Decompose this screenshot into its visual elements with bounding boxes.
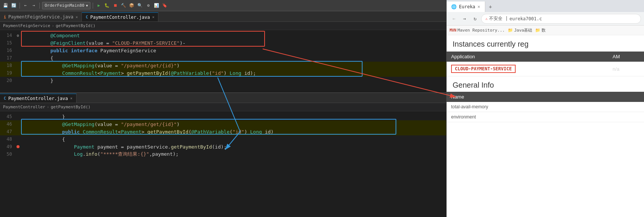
toolbar-search-icon[interactable]: 🔍 bbox=[137, 2, 143, 9]
line-gutter-49 bbox=[15, 145, 21, 148]
service-name-cell: CLOUD-PAYMENT-SERVICE bbox=[447, 62, 608, 76]
line-num-17: 17 bbox=[0, 55, 15, 61]
folder-icon-java: 📁 bbox=[508, 28, 513, 33]
line-num-45: 45 bbox=[0, 114, 15, 119]
browser-tab-label: Eureka bbox=[459, 4, 475, 9]
instances-table: Application AM CLOUD-PAYMENT-SERVICE n/a bbox=[447, 52, 644, 76]
class-file-icon: C bbox=[86, 15, 88, 19]
info-table: Name total-avail-memory environment bbox=[447, 92, 644, 122]
tab-payment-controller-top[interactable]: C PaymentController.java × bbox=[82, 12, 158, 21]
dropdown-arrow-icon: ▼ bbox=[86, 4, 88, 8]
bottom-breadcrumb-part-2: getPaymentById() bbox=[51, 105, 90, 109]
log-type-50: Log bbox=[74, 151, 83, 157]
bottom-code-lines: 45 } 46 @GetMapping(value = "/payment/ge… bbox=[0, 111, 446, 159]
instances-title: Instances currently reg bbox=[453, 40, 638, 49]
gear-icon-14: ⚙ bbox=[17, 33, 19, 38]
run-config-label: OrderFeignMain80 bbox=[45, 3, 84, 8]
toolbar-sep-3 bbox=[93, 3, 93, 9]
toolbar-sep-1 bbox=[20, 3, 20, 9]
toolbar-save-icon[interactable]: 💾 bbox=[2, 2, 9, 9]
new-tab-button[interactable]: + bbox=[485, 2, 496, 12]
toolbar-stop-icon[interactable]: ⏹ bbox=[112, 2, 119, 9]
toolbar-build-icon[interactable]: 🔨 bbox=[120, 2, 127, 9]
tab-controller-close-top[interactable]: × bbox=[152, 15, 154, 19]
tab-controller-close-bottom[interactable]: × bbox=[70, 96, 72, 100]
toolbar-back-icon[interactable]: ← bbox=[22, 2, 29, 9]
line-content-50: Log.info("*****查询结果:{}",payment); bbox=[21, 145, 446, 163]
address-prefix: 不安全 | bbox=[489, 15, 508, 22]
line-num-16: 16 bbox=[0, 48, 15, 53]
breadcrumb-sep: › bbox=[52, 23, 54, 28]
nav-refresh-button[interactable]: ↻ bbox=[471, 14, 480, 23]
eureka-favicon: 🌐 bbox=[451, 4, 457, 9]
toolbar-settings-icon[interactable]: ⚙ bbox=[145, 2, 152, 9]
folder-icon-misc: 📁 bbox=[535, 28, 540, 33]
browser-tab-close[interactable]: × bbox=[477, 4, 480, 9]
top-code-area: 14 ⚙ @Component 15 @FeignClient(value = … bbox=[0, 30, 446, 93]
toolbar-sync-icon[interactable]: 🔄 bbox=[11, 2, 17, 9]
bookmark-maven[interactable]: MVN Maven Repository... bbox=[450, 28, 505, 33]
toolbar-gradle-icon[interactable]: 📦 bbox=[128, 2, 135, 9]
debug-breakpoint-49 bbox=[17, 145, 20, 148]
info-method-50: info bbox=[86, 151, 97, 157]
toolbar-sep-2 bbox=[39, 3, 40, 9]
nav-back-button[interactable]: ← bbox=[450, 14, 459, 23]
bottom-breadcrumb-part-1: PaymentController bbox=[3, 105, 45, 109]
toolbar-run-icon[interactable]: ▶ bbox=[95, 2, 102, 9]
bottom-code-area: 45 } 46 @GetMapping(value = "/payment/ge… bbox=[0, 111, 446, 217]
bookmark-misc-label: 数 bbox=[542, 27, 546, 33]
browser-panel: 🌐 Eureka × + ← → ↻ ⚠ 不安全 | eureka7001.c … bbox=[447, 0, 644, 217]
line-num-15: 15 bbox=[0, 40, 15, 46]
tab-controller-label-top: PaymentController.java bbox=[90, 15, 150, 20]
toolbar-layout-icon[interactable]: 📊 bbox=[153, 2, 160, 9]
bookmark-misc[interactable]: 📁 数 bbox=[535, 27, 546, 33]
insecure-icon: ⚠ bbox=[485, 17, 488, 21]
toolbar-bookmark-icon[interactable]: 🔖 bbox=[161, 2, 168, 9]
top-tabs-bar: i PaymentFeignService.java × C PaymentCo… bbox=[0, 11, 446, 22]
tab-payment-controller-bottom[interactable]: C PaymentController.java × bbox=[0, 94, 77, 103]
service-value-cell: n/a bbox=[608, 62, 644, 76]
tab-feign-close[interactable]: × bbox=[75, 15, 78, 19]
toolbar: 💾 🔄 ← → OrderFeignMain80 ▼ ▶ 🐛 ⏹ 🔨 📦 🔍 ⚙… bbox=[0, 0, 446, 11]
toolbar-forward-icon[interactable]: → bbox=[30, 2, 37, 9]
bookmark-maven-label: Maven Repository... bbox=[457, 28, 505, 33]
info-str-50: "*****查询结果:{}" bbox=[100, 151, 149, 157]
info-row-env: environment bbox=[447, 112, 644, 122]
line-content-20: } bbox=[21, 72, 446, 89]
new-tab-icon: + bbox=[489, 4, 492, 10]
line-num-50: 50 bbox=[0, 152, 15, 157]
bookmark-java[interactable]: 📁 Java基础 bbox=[508, 27, 533, 33]
line-num-19: 19 bbox=[0, 70, 15, 76]
service-row: CLOUD-PAYMENT-SERVICE n/a bbox=[447, 62, 644, 76]
browser-tab-eureka[interactable]: 🌐 Eureka × bbox=[447, 2, 485, 12]
bookmarks-bar: MVN Maven Repository... 📁 Java基础 📁 数 bbox=[447, 26, 644, 35]
address-bar[interactable]: ⚠ 不安全 | eureka7001.c bbox=[481, 14, 641, 24]
breadcrumb-part-2: getPaymentById() bbox=[56, 23, 95, 28]
tab-payment-feign-service[interactable]: i PaymentFeignService.java × bbox=[0, 12, 82, 21]
info-row-memory: total-avail-memory bbox=[447, 102, 644, 112]
class-file-icon-bottom: C bbox=[4, 96, 6, 100]
col-application: Application bbox=[447, 52, 608, 62]
brace-close-20: } bbox=[50, 78, 53, 83]
line-gutter-14: ⚙ bbox=[15, 33, 21, 38]
code-line-50: 50 Log.info("*****查询结果:{}",payment); bbox=[0, 150, 446, 158]
line-num-14: 14 bbox=[0, 33, 15, 38]
run-config-dropdown[interactable]: OrderFeignMain80 ▼ bbox=[42, 2, 90, 9]
info-col-name: Name bbox=[447, 92, 644, 102]
browser-tabs-bar: 🌐 Eureka × + bbox=[447, 0, 644, 12]
line-num-18: 18 bbox=[0, 63, 15, 68]
line-num-47: 47 bbox=[0, 129, 15, 134]
maven-icon: MVN bbox=[450, 28, 456, 32]
service-badge: CLOUD-PAYMENT-SERVICE bbox=[451, 65, 516, 73]
line-num-46: 46 bbox=[0, 121, 15, 127]
code-line-20: 20 } bbox=[0, 77, 446, 84]
top-code-lines: 14 ⚙ @Component 15 @FeignClient(value = … bbox=[0, 30, 446, 86]
address-url: eureka7001.c bbox=[509, 16, 542, 21]
ide-panel: 💾 🔄 ← → OrderFeignMain80 ▼ ▶ 🐛 ⏹ 🔨 📦 🔍 ⚙… bbox=[0, 0, 447, 217]
toolbar-debug-icon[interactable]: 🐛 bbox=[104, 2, 110, 9]
tab-controller-label-bottom: PaymentController.java bbox=[8, 96, 68, 101]
nav-forward-button[interactable]: → bbox=[460, 14, 469, 23]
line-num-48: 48 bbox=[0, 137, 15, 142]
bookmark-java-label: Java基础 bbox=[514, 27, 533, 33]
breadcrumb-part-1: PaymentFeignService bbox=[3, 23, 50, 28]
